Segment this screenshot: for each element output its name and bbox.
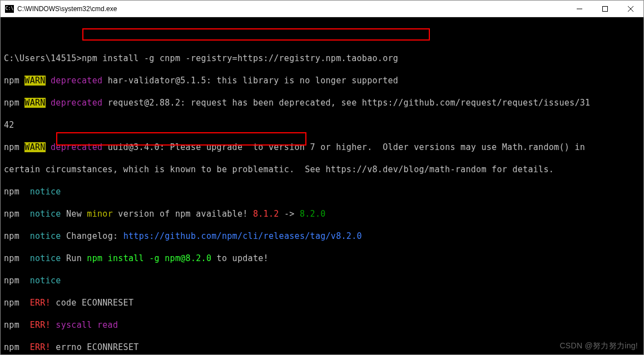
terminal-line: npm notice New minor version of npm avai… [4, 208, 643, 219]
terminal-line: npm WARN deprecated uuid@3.4.0: Please u… [4, 142, 643, 153]
titlebar[interactable]: C:\ C:\WINDOWS\system32\cmd.exe [1, 1, 643, 17]
terminal-line: npm WARN deprecated har-validator@5.1.5:… [4, 75, 643, 86]
cmd-icon: C:\ [5, 5, 14, 13]
close-button[interactable] [618, 1, 643, 17]
svg-rect-1 [603, 6, 608, 11]
window-title: C:\WINDOWS\system32\cmd.exe [17, 5, 567, 13]
minimize-button[interactable] [567, 1, 592, 17]
terminal-line: npm WARN deprecated request@2.88.2: requ… [4, 97, 643, 108]
watermark-text: CSDN @努力努力ing! [559, 340, 638, 351]
window-controls [567, 1, 643, 17]
terminal-line: npm ERR! code ECONNRESET [4, 297, 643, 308]
terminal-line: npm ERR! syscall read [4, 319, 643, 331]
terminal-line: npm notice [4, 186, 643, 197]
terminal-line: npm notice Run npm install -g npm@8.2.0 … [4, 253, 643, 264]
terminal-output[interactable]: C:\Users\14515>npm install -g cnpm -regi… [1, 17, 643, 354]
cmd-window: C:\ C:\WINDOWS\system32\cmd.exe C:\Users… [0, 0, 644, 355]
terminal-line: npm notice [4, 275, 643, 286]
prompt-line: C:\Users\14515>npm install -g cnpm -regi… [4, 53, 643, 64]
maximize-button[interactable] [592, 1, 618, 17]
terminal-line [4, 31, 643, 42]
terminal-line: npm ERR! errno ECONNRESET [4, 342, 643, 353]
terminal-line: 42 [4, 119, 643, 131]
terminal-line: certain circumstances, which is known to… [4, 164, 643, 175]
terminal-line: npm notice Changelog: https://github.com… [4, 231, 643, 242]
